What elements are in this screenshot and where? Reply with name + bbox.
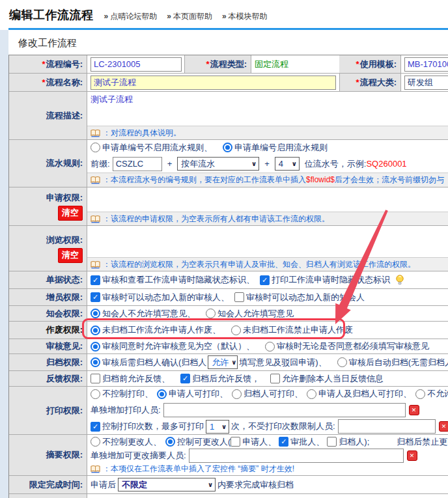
doc-status-content: 审核和查看工作流申请时隐藏状态标识、 打印工作流申请时隐藏状态标识 <box>87 271 448 288</box>
print-applicant-label: 申请人可打印、 <box>169 388 228 400</box>
print-count-line: 控制打印次数，最多可打印 1∨ 次，不受打印次数限制人员: ✕ <box>87 419 448 434</box>
serial-enabled-radio[interactable] <box>223 143 232 152</box>
archive-confirm-radio[interactable] <box>91 357 100 367</box>
add-notify-checkbox[interactable] <box>234 292 244 302</box>
row-description: 流程描述: 测试子流程 ：对流程的具体说明。 <box>9 92 448 140</box>
workflow-form-table: *流程编号: *流程类型: 固定流程 *使用模板: *流程名称: *流程大类: <box>8 55 448 498</box>
feedback-after-checkbox[interactable] <box>180 374 190 383</box>
feedback-options: 归档前允许反馈、 归档后允许反馈， 允许删除本人当日反馈信息 <box>87 371 448 386</box>
row-partial <box>9 494 448 498</box>
print-archiver-radio[interactable] <box>232 389 242 399</box>
summary-uncontrolled-radio[interactable] <box>91 437 100 447</box>
archive-auto-label: 审核后自动归档(无需归档人确认) <box>349 357 448 368</box>
period-select[interactable]: 按年流水∨ <box>177 157 259 171</box>
add-reviewer-checkbox[interactable] <box>91 292 100 302</box>
digits-select[interactable]: 4∨ <box>275 157 300 171</box>
apply-permission-list[interactable] <box>87 187 448 212</box>
serial-rule-hint: ：本流程流水号的编号规则，要在对应的工作流表单中插入$flowid$后才会生效；… <box>87 173 448 187</box>
template-input[interactable] <box>404 57 448 72</box>
print-uncontrolled-label: 不控制打印、 <box>102 388 153 400</box>
description-textarea[interactable]: 测试子流程 <box>87 92 448 126</box>
feedback-before-label: 归档前允许反馈、 <box>102 373 170 385</box>
summary-applicant-checkbox[interactable] <box>231 437 240 447</box>
hide-status-print-checkbox[interactable] <box>260 275 270 285</box>
book-icon <box>91 215 100 223</box>
print-times-select[interactable]: 1∨ <box>206 420 229 434</box>
view-permission-label: 浏览权限: 清空 <box>9 226 87 271</box>
row-print-permission: 打印权限: 不控制打印、 申请人可打印、 归档人可打印、 申请人及归档人可打印、… <box>9 387 448 435</box>
edit-workflow-page: 编辑工作流流程 » 点晴论坛帮助 » 本页面帮助 » 本模块帮助 修改工作流程 … <box>0 0 448 498</box>
breadcrumb-label: 点晴论坛帮助 <box>110 11 157 22</box>
notify-no-comment-radio[interactable] <box>91 309 100 318</box>
add-reviewer-label: 审核时可以动态加入新的审核人、 <box>102 292 229 303</box>
chevron-down-icon: ∨ <box>251 160 257 167</box>
row-review-comment: 审核意见: 审核同意时允许审核意见为空（默认）、 审核时无论是否同意都必须填写审… <box>9 339 448 354</box>
clear-view-button[interactable]: 清空 <box>58 248 83 263</box>
feedback-before-checkbox[interactable] <box>91 374 100 383</box>
row-flow-number: *流程编号: *流程类型: 固定流程 *使用模板: <box>9 55 448 74</box>
comment-optional-radio[interactable] <box>91 342 100 352</box>
summary-options: 不控制更改人、 控制可更改人( 申请人、 审批人、 归档人); 归档后禁止更改 <box>87 435 448 449</box>
apply-hint-text: ：该流程的申请权限，为空表示所有人都有申请该工作流的权限。 <box>103 214 329 225</box>
flow-name-cell <box>87 74 339 91</box>
partial-label <box>9 494 87 498</box>
summary-hint-text: ：本项仅在工作流表单中插入了宏控件 “摘要” 时才生效! <box>103 463 294 475</box>
row-doc-status: 单据状态: 审核和查看工作流申请时隐藏状态标识、 打印工作流申请时隐藏状态标识 <box>9 271 448 289</box>
print-exempt-input[interactable] <box>338 419 436 434</box>
breadcrumb: » 点晴论坛帮助 » 本页面帮助 » 本模块帮助 <box>104 11 268 22</box>
delete-icon[interactable]: ✕ <box>409 405 419 415</box>
print-extra-input[interactable] <box>163 403 406 417</box>
book-icon <box>91 260 100 269</box>
archive-confirm-label-post: 填写意见及驳回申请)、 <box>239 357 326 368</box>
flow-number-input[interactable] <box>91 57 182 72</box>
serial-disabled-radio[interactable] <box>91 143 100 152</box>
archive-allow-select[interactable]: 允许∨ <box>208 355 238 369</box>
row-void-permission: 作废权限: 未归档工作流允许申请人作废、 未归档工作流禁止申请人作废 <box>9 322 448 339</box>
breadcrumb-module-help[interactable]: » 本模块帮助 <box>222 11 268 22</box>
breadcrumb-forum-help[interactable]: » 点晴论坛帮助 <box>104 11 158 22</box>
summary-uncontrolled-label: 不控制更改人、 <box>102 436 161 448</box>
feedback-after-label: 归档后允许反馈， <box>192 373 260 385</box>
category-input[interactable] <box>404 76 448 90</box>
summary-approver-checkbox[interactable] <box>279 437 288 447</box>
void-allow-radio[interactable] <box>91 325 100 335</box>
print-forbid-radio[interactable] <box>415 389 425 399</box>
book-icon <box>91 465 100 473</box>
row-archive-permission: 归档权限: 审核后需归档人确认(归档人 允许∨ 填写意见及驳回申请)、 审核后自… <box>9 354 448 371</box>
print-both-radio[interactable] <box>307 389 316 399</box>
print-uncontrolled-radio[interactable] <box>91 389 100 399</box>
hide-status-review-checkbox[interactable] <box>91 275 100 285</box>
book-icon <box>91 129 100 137</box>
print-extra-people: 单独增加打印人员: ✕ <box>87 402 448 419</box>
notify-comment-radio[interactable] <box>206 309 216 318</box>
prefix-input[interactable] <box>113 157 162 171</box>
print-count-checkbox[interactable] <box>91 422 100 432</box>
add-notify-label: 审核时可以动态加入新的知会人 <box>246 292 365 303</box>
comment-required-radio[interactable] <box>265 342 275 352</box>
void-forbid-radio[interactable] <box>231 325 241 335</box>
summary-extra-input[interactable] <box>189 449 404 463</box>
feedback-delete-checkbox[interactable] <box>270 374 280 383</box>
bulb-icon[interactable] <box>395 275 404 285</box>
row-view-permission: 浏览权限: 清空 ：该流程的浏览权限，为空表示只有申请人及审批、知会、归档人有浏… <box>9 226 448 271</box>
print-both-label: 申请人及归档人可打印、 <box>318 388 412 400</box>
view-permission-list[interactable] <box>87 226 448 257</box>
time-limit-line: 申请后 不限定∨ 内要求完成审核归档 <box>87 476 448 493</box>
time-limit-select[interactable]: 不限定∨ <box>118 478 216 491</box>
print-applicant-radio[interactable] <box>157 389 167 399</box>
clear-apply-button[interactable]: 清空 <box>58 206 83 221</box>
breadcrumb-sep-icon: » <box>104 12 109 21</box>
blue-divider <box>8 28 448 30</box>
delete-icon[interactable]: ✕ <box>407 450 417 461</box>
void-forbid-label: 未归档工作流禁止申请人作废 <box>243 324 353 336</box>
category-cell <box>401 74 448 91</box>
summary-archiver-checkbox[interactable] <box>327 437 337 447</box>
archive-auto-radio[interactable] <box>337 357 347 367</box>
delete-icon[interactable]: ✕ <box>439 421 448 432</box>
template-label: *使用模板: <box>339 55 401 73</box>
summary-controlled-radio[interactable] <box>165 437 175 447</box>
flow-name-input[interactable] <box>91 76 336 90</box>
notify-options: 知会人不允许填写意见、 知会人允许填写意见 <box>87 306 448 321</box>
breadcrumb-page-help[interactable]: » 本页面帮助 <box>167 11 212 22</box>
serial-example: SQ260001 <box>366 159 406 169</box>
